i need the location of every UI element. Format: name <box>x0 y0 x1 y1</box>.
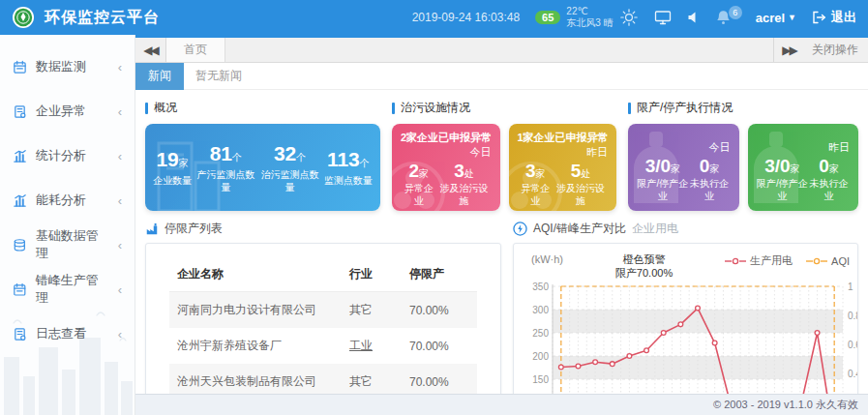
aqi-chart-subtitle: 企业用电 <box>632 221 678 237</box>
sidebar-item-offpeak-production[interactable]: 错峰生产管理 ‹ <box>0 267 135 311</box>
temperature-value: 22℃ <box>566 6 587 16</box>
notification-badge: 6 <box>729 6 742 19</box>
table-row[interactable]: 沧州天兴包装制品有限公司其它70.00% <box>169 364 477 394</box>
stat-limited-stopped-enterprises: 3/0家 限产/停产企业 <box>757 156 809 202</box>
double-chevron-left-icon: ◀◀ <box>143 44 157 57</box>
chevron-left-icon: ‹ <box>118 193 122 208</box>
sidebar-item-data-monitoring[interactable]: 数据监测 ‹ <box>0 44 135 89</box>
chevron-left-icon: ‹ <box>118 327 122 341</box>
facilities-card-today: 2家企业已申报异常 今日 2家 异常企业 3处 涉及治污设施 <box>392 124 500 211</box>
speaker-icon[interactable] <box>687 11 701 24</box>
sidebar-item-log-view[interactable]: 日志查看 ‹ <box>0 311 135 356</box>
card-day-label: 昨日 <box>757 131 851 155</box>
news-ticker: 新闻 暂无新闻 <box>135 63 868 90</box>
bar-chart-icon <box>13 193 27 208</box>
svg-text:350: 350 <box>532 281 549 291</box>
sidebar-item-label: 企业异常 <box>36 103 86 120</box>
logout-button[interactable]: 退出 <box>812 9 856 26</box>
stat-emission-points: 81个 产污监测点数量 <box>195 142 255 193</box>
calendar-icon <box>13 282 27 297</box>
stat-non-executing-enterprises: 0家 未执行企业 <box>689 156 731 202</box>
log-icon <box>13 327 27 341</box>
table-header-row: 企业名称 行业 停限产 <box>169 257 477 292</box>
table-row[interactable]: 沧州宇新养殖设备厂工业70.00% <box>169 328 477 364</box>
chevron-left-icon: ‹ <box>118 104 122 119</box>
weather-widget: 65 22℃ 东北风3 晴 <box>535 6 639 30</box>
footer-bar: © 2003 - 2019 v1.1.0 永久有效 <box>135 394 868 415</box>
aqi-chart-panel: (kW·h) 橙色预警 限产70.00% 生产用电 <box>513 243 858 394</box>
sidebar-item-label: 日志查看 <box>36 325 86 342</box>
limit-list-header: 停限产列表 <box>145 221 501 237</box>
limit-list-panel: 企业名称 行业 停限产 河南同力电力设计有限公司其它70.00% <box>145 243 501 394</box>
chart-legend: 生产用电 AQI <box>725 253 852 268</box>
legend-item-power[interactable]: 生产用电 <box>725 253 793 268</box>
card-day-label: 今日 <box>637 131 731 155</box>
svg-text:0.8: 0.8 <box>848 310 858 320</box>
svg-text:200: 200 <box>532 350 549 361</box>
page-title: 环保监控云平台 <box>45 8 160 28</box>
sidebar-nav: 数据监测 ‹ 企业异常 ‹ 统计分析 ‹ 能耗分析 ‹ 基础数据管理 ‹ <box>0 35 135 415</box>
factory-icon <box>145 222 159 236</box>
stat-limited-stopped-enterprises: 3/0家 限产/停产企业 <box>637 156 689 202</box>
tab-scroll-left-button[interactable]: ◀◀ <box>135 38 166 62</box>
legend-item-aqi[interactable]: AQI <box>806 253 850 268</box>
calendar-icon <box>13 60 27 74</box>
svg-text:300: 300 <box>532 304 549 314</box>
y-axis-unit-label: (kW·h) <box>524 253 563 265</box>
lightning-icon <box>513 222 527 236</box>
news-content: 暂无新闻 <box>195 68 242 84</box>
close-operations-label: 关闭操作 <box>812 42 858 58</box>
news-label: 新闻 <box>135 63 184 90</box>
stat-treatment-points: 32个 治污监测点数量 <box>260 142 320 193</box>
section-title-overview: 概况 <box>145 100 380 116</box>
table-row[interactable]: 河南同力电力设计有限公司其它70.00% <box>169 292 477 329</box>
stat-non-executing-enterprises: 0家 未执行企业 <box>808 156 850 202</box>
column-enterprise-name: 企业名称 <box>169 257 342 292</box>
datetime-display: 2019-09-24 16:03:48 <box>412 11 520 24</box>
sidebar-item-label: 统计分析 <box>36 147 86 164</box>
sidebar-item-energy-analysis[interactable]: 能耗分析 ‹ <box>0 178 135 222</box>
sun-icon <box>619 8 639 27</box>
card-headline: 1家企业已申报异常 <box>518 131 609 145</box>
bar-chart-icon <box>13 149 27 163</box>
production-card-yesterday: 昨日 3/0家 限产/停产企业 0家 未执行企业 <box>748 124 859 211</box>
monitor-icon[interactable] <box>654 10 672 25</box>
top-header: 环保监控云平台 2019-09-24 16:03:48 65 22℃ 东北风3 … <box>0 0 868 35</box>
tab-home[interactable]: 首页 <box>166 38 225 62</box>
close-operations-menu[interactable]: 关闭操作 <box>804 38 868 62</box>
stat-abnormal-enterprises: 2家 异常企业 <box>401 161 436 207</box>
column-limit-rate: 停限产 <box>402 257 477 292</box>
card-day-label: 昨日 <box>518 145 609 160</box>
tab-scroll-right-button[interactable]: ▶▶ <box>773 38 804 62</box>
svg-text:0.6: 0.6 <box>848 339 858 349</box>
production-card-today: 今日 3/0家 限产/停产企业 0家 未执行企业 <box>628 124 739 211</box>
chevron-left-icon: ‹ <box>118 149 122 163</box>
sidebar-item-basic-data[interactable]: 基础数据管理 ‹ <box>0 222 135 267</box>
aqi-line-chart[interactable]: 35030025020015010010.80.60.40.2 <box>524 281 858 395</box>
sidebar-item-label: 能耗分析 <box>36 192 86 209</box>
stat-enterprise-count: 19家 企业数量 <box>153 148 192 187</box>
chevron-left-icon: ‹ <box>118 238 122 252</box>
username-text: acrel <box>756 11 785 25</box>
section-title-production: 限产/停产执行情况 <box>628 100 858 116</box>
database-icon <box>13 238 27 252</box>
sidebar-item-enterprise-anomaly[interactable]: 企业异常 ‹ <box>0 89 135 133</box>
column-industry: 行业 <box>342 257 402 292</box>
svg-text:250: 250 <box>532 327 549 338</box>
sidebar-item-label: 错峰生产管理 <box>36 272 109 307</box>
stat-involved-facilities: 3处 涉及治污设施 <box>436 161 491 207</box>
chevron-left-icon: ‹ <box>118 282 122 297</box>
double-chevron-right-icon: ▶▶ <box>782 44 795 57</box>
user-menu[interactable]: acrel ▼ <box>756 11 796 25</box>
svg-text:150: 150 <box>532 373 549 384</box>
svg-text:0.4: 0.4 <box>848 368 858 378</box>
chart-annotation: 橙色预警 限产70.00% <box>563 253 725 281</box>
stat-abnormal-enterprises: 3家 异常企业 <box>518 161 554 207</box>
bell-icon[interactable]: 6 <box>716 10 731 25</box>
sidebar-item-label: 基础数据管理 <box>36 227 109 262</box>
aqi-chart-title: AQI/错峰生产对比 <box>533 221 626 237</box>
aqi-badge: 65 <box>535 11 560 24</box>
platform-logo-icon <box>12 6 35 29</box>
chevron-left-icon: ‹ <box>118 60 122 74</box>
sidebar-item-statistics[interactable]: 统计分析 ‹ <box>0 133 135 178</box>
